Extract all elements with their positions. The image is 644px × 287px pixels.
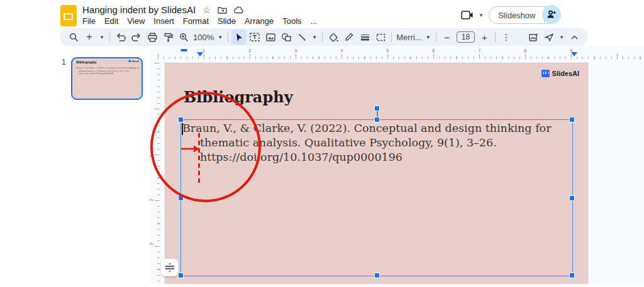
person-add-icon: [547, 10, 557, 19]
zoom-dropdown-icon[interactable]: ▾: [216, 30, 225, 45]
search-menus-icon[interactable]: [66, 30, 81, 45]
slidesai-icon: [541, 70, 550, 77]
menu-slide[interactable]: Slide: [213, 15, 240, 27]
line-dropdown-icon[interactable]: ▾: [310, 30, 319, 45]
document-title[interactable]: Hanging indent by SlidesAI: [82, 4, 196, 15]
menu-tools[interactable]: Tools: [278, 15, 306, 27]
ruler-number: 4: [340, 48, 343, 53]
menu-file[interactable]: File: [78, 15, 100, 27]
ruler-number: 6: [432, 48, 435, 53]
more-options-icon[interactable]: ⋮: [499, 30, 514, 45]
collapse-menus-icon[interactable]: [567, 30, 582, 45]
font-size-input[interactable]: 18: [457, 31, 475, 43]
google-slides-window: Hanging indent by SlidesAI ☆ File Edit V…: [0, 0, 644, 287]
toolbar-separator: [436, 32, 436, 42]
thumbnail-text-line: Braun, V., & Clarke, V. (2022). Conceptu…: [76, 67, 140, 69]
annotation-arrow-icon: [181, 143, 200, 154]
cloud-status-icon[interactable]: [234, 6, 244, 14]
ruler-number: 3: [294, 48, 297, 53]
image-placeholder-icon[interactable]: [526, 30, 541, 45]
annotation-hanging-indent-line: [198, 133, 200, 185]
annotation-circle: [150, 92, 261, 202]
slideshow-label[interactable]: Slideshow: [489, 7, 545, 23]
border-color-icon[interactable]: [341, 30, 357, 45]
undo-icon[interactable]: [113, 30, 128, 45]
toolbar: + ▾ 100% ▾: [60, 28, 588, 46]
move-folder-icon[interactable]: [218, 6, 227, 14]
autofit-text-button[interactable]: [161, 259, 179, 276]
first-line-indent-marker[interactable]: [180, 49, 187, 51]
rotation-handle[interactable]: [375, 106, 379, 111]
menu-format[interactable]: Format: [179, 15, 213, 27]
new-slide-icon[interactable]: +: [82, 30, 97, 45]
print-icon[interactable]: [145, 30, 160, 45]
fill-color-icon[interactable]: [326, 30, 341, 45]
font-dropdown-icon[interactable]: ▾: [424, 30, 433, 45]
new-slide-dropdown-icon[interactable]: ▾: [97, 30, 106, 45]
right-indent-marker[interactable]: [571, 52, 577, 57]
insert-line-icon[interactable]: [294, 30, 309, 45]
resize-handle-top-right[interactable]: [570, 117, 574, 122]
menu-bar: File Edit View Insert Format Slide Arran…: [78, 15, 321, 27]
menu-insert[interactable]: Insert: [149, 15, 179, 27]
pointer-dropdown-icon[interactable]: ▾: [557, 30, 566, 45]
resize-handle-middle-right[interactable]: [570, 196, 574, 200]
decrease-font-size-icon[interactable]: −: [440, 30, 455, 45]
menu-view[interactable]: View: [123, 15, 149, 27]
camera-dropdown-icon[interactable]: ▾: [480, 12, 483, 18]
thumbnail-text-line: https://doi.org/10.1037/qup0000196: [79, 72, 113, 75]
pointer-tool-icon[interactable]: [541, 30, 557, 45]
menu-edit[interactable]: Edit: [100, 15, 123, 27]
ruler-number: 8: [524, 48, 526, 53]
menu-overflow[interactable]: ...: [306, 15, 322, 27]
slide-thumbnail[interactable]: SlidesAI Bibliography Braun, V., & Clark…: [71, 57, 143, 100]
slide-number: 1: [62, 58, 66, 67]
zoom-value[interactable]: 100%: [192, 33, 215, 42]
insert-image-icon[interactable]: [263, 30, 278, 45]
ruler-number: 7: [478, 48, 480, 53]
resize-handle-bottom-right[interactable]: [570, 273, 574, 278]
toolbar-separator: [322, 32, 323, 42]
insert-shape-icon[interactable]: [279, 30, 294, 45]
thumbnail-text-line: thematic analysis. Qualitative Psycholog…: [79, 70, 130, 72]
slidesai-watermark: SlidesAI: [541, 70, 579, 77]
ruler-number: 5: [386, 48, 389, 53]
ruler-number: 2: [148, 198, 154, 201]
thumbnail-slidesai-badge: SlidesAI: [129, 60, 139, 63]
select-tool-icon[interactable]: [231, 30, 247, 45]
toolbar-separator: [391, 32, 392, 42]
font-family-value[interactable]: Merri...: [395, 33, 423, 42]
menu-arrange[interactable]: Arrange: [240, 15, 278, 27]
resize-handle-bottom-left[interactable]: [179, 273, 183, 278]
ruler-number: 3: [148, 242, 154, 245]
border-weight-icon[interactable]: [357, 30, 372, 45]
meet-camera-icon[interactable]: [461, 11, 474, 19]
toolbar-separator: [495, 32, 496, 42]
thumbnail-title: Bibliography: [76, 61, 97, 64]
google-slides-logo[interactable]: [60, 5, 77, 26]
resize-handle-bottom-middle[interactable]: [375, 273, 379, 278]
autofit-icon: [165, 263, 174, 273]
hanging-indent-marker[interactable]: [197, 52, 203, 57]
toolbar-separator: [228, 32, 228, 42]
ruler-number: 2: [248, 48, 251, 53]
paint-format-icon[interactable]: [160, 30, 175, 45]
increase-font-size-icon[interactable]: +: [477, 30, 492, 45]
zoom-in-icon[interactable]: [176, 30, 191, 45]
border-dash-icon[interactable]: [373, 30, 388, 45]
slidesai-icon: [129, 60, 131, 63]
share-button[interactable]: [542, 5, 561, 24]
toolbar-separator: [109, 32, 110, 42]
star-icon[interactable]: ☆: [203, 5, 211, 15]
text-box-icon[interactable]: [247, 30, 262, 45]
resize-handle-top-middle[interactable]: [375, 117, 379, 122]
redo-icon[interactable]: [129, 30, 144, 45]
slides-logo-glyph: [64, 13, 73, 20]
